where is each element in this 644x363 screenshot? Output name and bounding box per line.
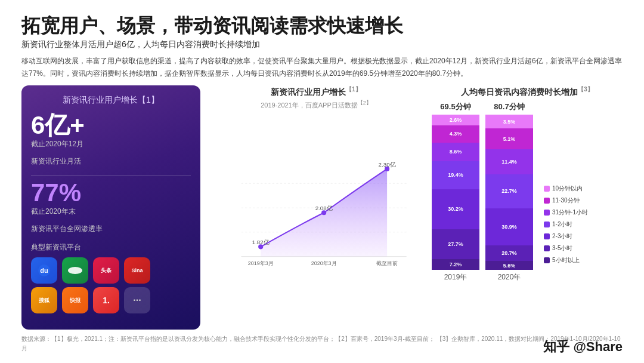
app-icon-sina: Sina <box>124 257 150 284</box>
page-title: 拓宽用户、场景，带动资讯阅读需求快速增长 <box>21 14 623 37</box>
seg-2020-7: 5.6% <box>485 261 533 270</box>
seg-2020-2: 5.1% <box>485 128 533 149</box>
legend-color-6 <box>544 245 550 251</box>
app-icon-toutiao: 头条 <box>93 257 119 284</box>
svg-text:2.08亿: 2.08亿 <box>315 205 333 212</box>
left-panel: 新资讯行业用户增长【1】 6亿+ 截止2020年12月 新资讯行业月活 77% … <box>21 85 200 330</box>
seg-2019-5: 30.2% <box>432 189 479 230</box>
legend-label-7: 5小时以上 <box>552 256 580 264</box>
legend-item-7: 5小时以上 <box>544 256 588 264</box>
stat2-label2: 新资讯平台全网渗透率 <box>31 224 191 234</box>
svg-point-2 <box>68 267 82 274</box>
stat1-value: 6亿+ <box>31 113 191 138</box>
seg-2020-6: 20.7% <box>485 245 533 261</box>
legend-label-4: 1-2小时 <box>552 220 572 229</box>
footer-text: 数据来源：【1】极光，2021.1；注：新资讯平台指的是以资讯分发为核心能力，融… <box>21 334 623 353</box>
seg-2019-6: 27.7% <box>432 229 479 259</box>
app-icon-baidu: du <box>31 257 57 284</box>
stat1-label1: 截止2020年12月 <box>31 139 191 149</box>
legend-label-2: 11-30分钟 <box>552 196 580 205</box>
legend-color-7 <box>544 257 550 263</box>
seg-2019-4: 19.4% <box>432 161 479 189</box>
legend-color-4 <box>544 222 550 227</box>
app-icons-row-2: 搜狐 快报 1. ··· <box>31 287 191 313</box>
line-chart-subtitle: 2019-2021年，百度APP日活数据【2】 <box>210 99 422 110</box>
main-content: 新资讯行业用户增长【1】 6亿+ 截止2020年12月 新资讯行业月活 77% … <box>21 85 623 330</box>
brand-label: 知乎 @Share <box>543 338 623 356</box>
legend-label-1: 10分钟以内 <box>552 184 583 193</box>
line-chart-title: 新资讯行业用户增长【1】 <box>210 85 422 98</box>
seg-2020-1: 3.5% <box>485 115 533 129</box>
line-chart-container: 1.82亿 2.08亿 2.30亿 2019年3月 2020年3月 截至目前 <box>210 114 422 330</box>
bar-2020-title: 80.7分钟 <box>494 101 524 112</box>
legend-item-4: 1-2小时 <box>544 220 588 229</box>
legend-color-5 <box>544 233 550 239</box>
right-chart-area: 69.5分钟 2.6% 4.3% 8.6% 19.4% 30.2% 27.7% … <box>432 101 623 330</box>
legend-item-2: 11-30分钟 <box>544 196 588 205</box>
app-icon-one: 1. <box>93 287 119 313</box>
seg-2019-3: 8.6% <box>432 143 479 161</box>
seg-2019-7: 7.2% <box>432 259 479 270</box>
right-panel: 人均每日资讯内容消费时长增加【3】 69.5分钟 2.6% 4.3% 8.6% … <box>432 85 623 330</box>
seg-2020-3: 11.4% <box>485 149 533 174</box>
legend-label-5: 2-3小时 <box>552 232 572 241</box>
legend-item-3: 31分钟-1小时 <box>544 208 588 217</box>
legend-item-1: 10分钟以内 <box>544 184 588 193</box>
legend-color-1 <box>544 186 550 192</box>
stat-row-2: 77% 截止2020年末 新资讯平台全网渗透率 <box>31 180 191 234</box>
middle-panel: 新资讯行业用户增长【1】 2019-2021年，百度APP日活数据【2】 <box>210 85 422 330</box>
app-icon-more: ··· <box>124 287 150 313</box>
legend-color-3 <box>544 210 550 216</box>
stacked-bar-2020: 3.5% 5.1% 11.4% 22.7% 30.9% 20.7% 5.6% <box>485 115 533 270</box>
bar-group-2019: 69.5分钟 2.6% 4.3% 8.6% 19.4% 30.2% 27.7% … <box>432 101 479 330</box>
svg-text:du: du <box>40 267 48 274</box>
bar-group-2020: 80.7分钟 3.5% 5.1% 11.4% 22.7% 30.9% 20.7%… <box>485 101 533 330</box>
platform-label: 典型新资讯平台 <box>31 242 191 253</box>
svg-text:2020年3月: 2020年3月 <box>311 261 337 267</box>
stat-row-1: 6亿+ 截止2020年12月 新资讯行业月活 <box>31 113 191 167</box>
page: 拓宽用户、场景，带动资讯阅读需求快速增长 新资讯行业整体月活用户超6亿，人均每日… <box>0 0 644 363</box>
line-chart-svg: 1.82亿 2.08亿 2.30亿 2019年3月 2020年3月 截至目前 <box>222 114 416 312</box>
svg-text:1.82亿: 1.82亿 <box>252 239 270 246</box>
seg-2020-5: 30.9% <box>485 208 533 245</box>
right-panel-title: 人均每日资讯内容消费时长增加【3】 <box>432 85 623 98</box>
legend-area: 10分钟以内 11-30分钟 31分钟-1小时 1-2小时 <box>544 101 588 330</box>
legend-label-6: 3-5小时 <box>552 244 572 253</box>
stat1-label2: 新资讯行业月活 <box>31 156 191 167</box>
seg-2020-4: 22.7% <box>485 174 533 208</box>
left-panel-title: 新资讯行业用户增长【1】 <box>31 95 191 106</box>
stat2-value: 77% <box>31 180 191 205</box>
app-icon-kuaibao: 快报 <box>62 287 88 313</box>
svg-text:2019年3月: 2019年3月 <box>248 261 274 267</box>
app-icon-iqiyi <box>62 257 88 284</box>
stacked-bar-2019: 2.6% 4.3% 8.6% 19.4% 30.2% 27.7% 7.2% <box>432 115 479 270</box>
bar-2019-title: 69.5分钟 <box>440 101 470 112</box>
stat2-label1: 截止2020年末 <box>31 207 191 217</box>
svg-text:截至目前: 截至目前 <box>376 261 398 267</box>
legend-item-5: 2-3小时 <box>544 232 588 241</box>
bar-2019-year: 2019年 <box>444 272 467 282</box>
app-icons-row-1: du 头条 Sina <box>31 257 191 284</box>
page-subtitle: 新资讯行业整体月活用户超6亿，人均每日内容消费时长持续增加 <box>21 39 623 50</box>
app-icon-sohu: 搜狐 <box>31 287 57 313</box>
svg-text:2.30亿: 2.30亿 <box>379 161 396 168</box>
bar-2020-year: 2020年 <box>498 272 521 282</box>
legend-item-6: 3-5小时 <box>544 244 588 253</box>
legend-color-2 <box>544 198 550 204</box>
seg-2019-1: 2.6% <box>432 115 479 125</box>
seg-2019-2: 4.3% <box>432 125 479 143</box>
legend-label-3: 31分钟-1小时 <box>552 208 588 217</box>
body-text: 移动互联网的发展，丰富了用户获取信息的渠道，提高了内容获取的效率，促使资讯平台聚… <box>21 55 623 79</box>
